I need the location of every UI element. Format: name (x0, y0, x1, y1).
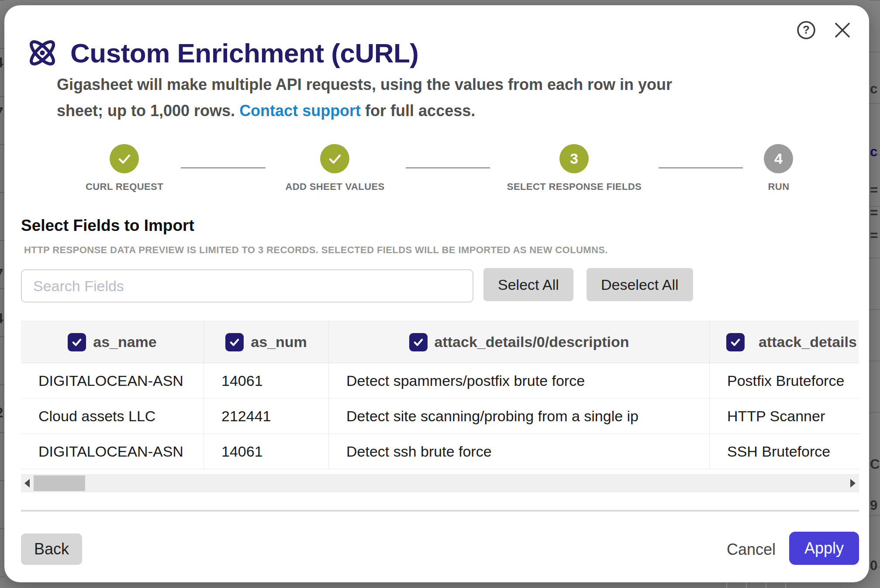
backdrop-glyph: 7 (0, 105, 3, 120)
checkbox-as-name[interactable] (68, 333, 86, 351)
checkbox-attack-details-description[interactable] (409, 333, 428, 351)
check-icon (412, 336, 424, 348)
help-button[interactable]: ? (796, 20, 816, 40)
close-button[interactable] (832, 20, 852, 40)
backdrop-glyph: 4 (0, 311, 3, 327)
select-all-button[interactable]: Select All (483, 268, 573, 301)
close-icon (832, 20, 852, 40)
backdrop-glyph: = (870, 182, 878, 198)
table-cell: HTTP Scanner (710, 399, 859, 434)
atom-icon (25, 35, 60, 71)
backdrop-glyph: 4 (0, 55, 3, 71)
backdrop-glyph: 0 (870, 558, 877, 574)
fields-table: as_name as_num attack_details/0/descript… (21, 321, 859, 469)
step-connector (659, 167, 743, 168)
search-fields-input[interactable] (21, 269, 473, 303)
step-connector (406, 167, 490, 168)
backdrop-glyph: = (870, 228, 878, 244)
backdrop-glyph: 2 (0, 405, 3, 421)
step-connector (181, 167, 266, 168)
column-header-attack-details: attack_details (710, 321, 859, 363)
checkbox-as-num[interactable] (225, 333, 244, 351)
backdrop-glyph: 7 (0, 266, 3, 282)
footer-divider (21, 510, 859, 512)
step-1-indicator (110, 144, 139, 173)
scrollbar-thumb[interactable] (34, 475, 85, 491)
back-button[interactable]: Back (21, 533, 82, 565)
horizontal-scrollbar[interactable] (21, 474, 859, 492)
cancel-button[interactable]: Cancel (716, 533, 786, 565)
backdrop-glyph: c (870, 144, 877, 160)
step-4-indicator: 4 (764, 144, 793, 173)
contact-support-link[interactable]: Contact support (239, 102, 361, 120)
step-2-label: ADD SHEET VALUES (243, 181, 427, 193)
backdrop-glyph: C (870, 457, 880, 472)
check-icon (71, 336, 83, 348)
backdrop-glyph: 9 (870, 498, 877, 513)
table-cell: 14061 (204, 363, 329, 399)
step-4-label: RUN (687, 181, 870, 193)
table-cell: Detect site scanning/probing from a sing… (329, 399, 710, 434)
table-cell: Detect ssh brute force (329, 434, 710, 469)
column-header-attack-details-description: attack_details/0/description (329, 321, 710, 363)
step-3-label: SELECT RESPONSE FIELDS (483, 181, 666, 193)
column-header-as-num: as_num (204, 321, 329, 363)
background-sheet-right-edge: cc===C90 (869, 0, 880, 588)
backdrop-glyph: c (870, 81, 877, 97)
dialog-header: Custom Enrichment (cURL) (25, 33, 418, 72)
table-cell: 212441 (204, 399, 329, 434)
section-heading: Select Fields to Import (21, 217, 194, 235)
scroll-left-icon[interactable] (24, 479, 30, 488)
step-2-indicator (320, 144, 349, 173)
check-icon (116, 151, 133, 167)
checkbox-attack-details[interactable] (726, 333, 745, 351)
check-icon (228, 336, 241, 348)
scroll-right-icon[interactable] (850, 479, 856, 488)
background-sheet-left-edge: 47742 (0, 0, 4, 588)
step-3-indicator: 3 (559, 144, 589, 173)
page-title: Custom Enrichment (cURL) (70, 38, 418, 69)
backdrop-glyph: = (870, 205, 878, 221)
intro-text: Gigasheet will make multiple API request… (57, 72, 799, 124)
table-cell: Detect spammers/postfix brute force (329, 363, 710, 399)
table-cell: DIGITALOCEAN-ASN (21, 434, 204, 469)
check-icon (729, 336, 742, 348)
help-icon: ? (796, 20, 816, 40)
svg-text:?: ? (803, 23, 810, 36)
table-cell: Cloud assets LLC (21, 399, 204, 434)
table-cell: 14061 (204, 434, 329, 469)
custom-enrichment-dialog: ? Custom Enrichment (cURL) Gigasheet wil… (4, 5, 869, 582)
step-1-label: CURL REQUEST (33, 181, 216, 193)
background-sheet-bottom-edge (0, 583, 880, 588)
deselect-all-button[interactable]: Deselect All (587, 268, 693, 301)
table-cell: SSH Bruteforce (710, 434, 859, 469)
check-icon (327, 151, 343, 167)
column-header-as-name: as_name (21, 321, 204, 363)
table-cell: Postfix Bruteforce (710, 363, 859, 399)
apply-button[interactable]: Apply (789, 532, 859, 565)
section-note: HTTP RESPONSE DATA PREVIEW IS LIMITED TO… (24, 244, 608, 256)
table-cell: DIGITALOCEAN-ASN (21, 363, 204, 399)
